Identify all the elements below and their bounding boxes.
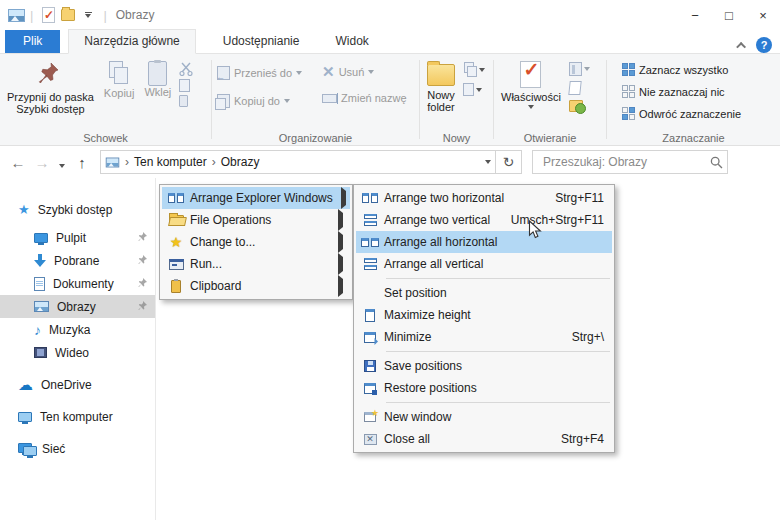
group-label-organize: Organizowanie <box>212 132 419 144</box>
menu-item-label: Change to... <box>190 235 263 249</box>
collapse-ribbon-icon[interactable] <box>736 41 746 51</box>
menu-item-run[interactable]: Run... <box>162 253 350 275</box>
cut-scissors-icon[interactable] <box>179 62 195 76</box>
submenu-item-arrange-two-horizontal[interactable]: Arrange two horizontal Strg+F11 <box>356 187 612 209</box>
search-input[interactable] <box>541 154 710 170</box>
properties-button[interactable]: Właściwości <box>496 58 566 109</box>
easy-access-icon <box>463 62 477 77</box>
search-box[interactable] <box>532 150 728 174</box>
sidebar-item-quick-access[interactable]: ★ Szybki dostęp <box>0 198 155 221</box>
pictures-folder-icon <box>106 157 120 167</box>
menu-item-clipboard[interactable]: Clipboard <box>162 275 350 297</box>
menu-item-label: Run... <box>190 257 230 271</box>
new-item-button[interactable] <box>463 83 485 96</box>
menu-item-label: Restore positions <box>384 381 485 395</box>
qat-properties-button[interactable] <box>38 5 58 25</box>
paste-label: Wklej <box>144 86 171 98</box>
up-button[interactable]: ↑ <box>70 154 94 171</box>
breadcrumb-this-pc[interactable]: Ten komputer <box>134 155 207 169</box>
breadcrumb-chevron: › <box>212 155 216 169</box>
pictures-icon <box>34 301 49 312</box>
submenu-item-new-window[interactable]: New window <box>356 406 612 428</box>
pin-label-line1: Przypnij do paska <box>7 91 94 103</box>
recent-locations-dropdown[interactable] <box>54 154 70 171</box>
minimize-icon <box>364 332 376 343</box>
ribbon-tab-row: Plik Narzędzia główne Udostępnianie Wido… <box>0 30 780 54</box>
copy-to-button[interactable]: Kopiuj do <box>214 92 305 110</box>
tab-home[interactable]: Narzędzia główne <box>68 29 195 54</box>
group-label-clipboard: Schowek <box>0 132 211 144</box>
submenu-item-minimize[interactable]: Minimize Strg+\ <box>356 326 612 348</box>
desktop-icon <box>34 233 48 243</box>
tab-file[interactable]: Plik <box>5 30 60 53</box>
rename-button[interactable]: Zmień nazwę <box>319 90 409 106</box>
select-all-button[interactable]: Zaznacz wszystko <box>619 61 731 78</box>
pin-to-quick-access-button[interactable]: Przypnij do paska Szybki dostęp <box>2 58 99 115</box>
submenu-arrow-icon <box>338 275 343 297</box>
delete-button[interactable]: ✕ Usuń <box>319 64 409 80</box>
all-horizontal-icon <box>361 238 379 247</box>
menu-item-arrange-explorer-windows[interactable]: Arrange Explorer Windows <box>162 187 350 209</box>
copy-path-icon[interactable] <box>179 79 190 92</box>
move-to-label: Przenieś do <box>234 67 292 79</box>
paste-shortcut-icon[interactable] <box>179 95 188 107</box>
submenu-item-arrange-two-vertical[interactable]: Arrange two vertical Umsch+Strg+F11 <box>356 209 612 231</box>
menu-item-change-to[interactable]: ★ Change to... <box>162 231 350 253</box>
refresh-button[interactable]: ↻ <box>496 150 522 174</box>
pushpin-icon <box>37 61 63 91</box>
new-folder-button[interactable]: Nowy folder <box>422 58 460 113</box>
tab-share[interactable]: Udostępnianie <box>208 30 315 53</box>
save-floppy-icon <box>364 360 376 372</box>
properties-check-icon <box>42 7 55 23</box>
sidebar-item-documents[interactable]: Dokumenty <box>0 272 155 295</box>
submenu-arrow-icon <box>341 187 346 209</box>
invert-selection-label: Odwróć zaznaczenie <box>639 108 741 120</box>
submenu-item-restore-positions[interactable]: Restore positions <box>356 377 612 399</box>
paste-button[interactable]: Wklej <box>139 58 176 98</box>
forward-button[interactable]: → <box>30 154 54 171</box>
close-all-icon: ✕ <box>364 434 377 445</box>
sidebar-item-music[interactable]: ♪ Muzyka <box>0 318 155 341</box>
sidebar-item-downloads[interactable]: Pobrane <box>0 249 155 272</box>
submenu-item-maximize-height[interactable]: Maximize height <box>356 304 612 326</box>
menu-item-label: Arrange all vertical <box>384 257 491 271</box>
select-none-button[interactable]: Nie zaznaczaj nic <box>619 83 728 100</box>
submenu-item-save-positions[interactable]: Save positions <box>356 355 612 377</box>
minimize-button[interactable]: − <box>678 0 712 30</box>
help-button[interactable]: ? <box>756 37 772 53</box>
menu-item-file-operations[interactable]: File Operations <box>162 209 350 231</box>
address-dropdown-icon[interactable] <box>485 160 491 164</box>
open-button[interactable] <box>569 62 590 76</box>
move-to-button[interactable]: Przenieś do <box>214 64 305 82</box>
submenu-item-arrange-all-horizontal[interactable]: Arrange all horizontal <box>356 231 612 253</box>
back-button[interactable]: ← <box>6 154 30 171</box>
sidebar-item-desktop[interactable]: Pulpit <box>0 226 155 249</box>
submenu-item-set-position[interactable]: Set position <box>356 282 612 304</box>
restore-positions-icon <box>364 383 376 394</box>
qat-customize-dropdown[interactable] <box>78 5 98 25</box>
menu-shortcut: Strg+F4 <box>561 432 612 446</box>
submenu-arrow-icon <box>338 231 343 253</box>
easy-access-button[interactable] <box>463 62 485 77</box>
submenu-item-close-all[interactable]: ✕ Close all Strg+F4 <box>356 428 612 450</box>
qat-new-folder-button[interactable] <box>58 5 78 25</box>
breadcrumb-pictures[interactable]: Obrazy <box>221 155 260 169</box>
copy-button[interactable]: Kopiuj <box>99 58 140 99</box>
maximize-button[interactable]: □ <box>712 0 746 30</box>
close-button[interactable]: × <box>746 0 780 30</box>
sidebar-item-videos[interactable]: Wideo <box>0 341 155 364</box>
submenu-item-arrange-all-vertical[interactable]: Arrange all vertical <box>356 253 612 275</box>
music-icon: ♪ <box>34 323 41 337</box>
tab-view[interactable]: Widok <box>320 30 383 53</box>
history-icon[interactable] <box>569 100 583 112</box>
invert-selection-button[interactable]: Odwróć zaznaczenie <box>619 105 744 122</box>
ribbon-group-open: Właściwości Otwieranie <box>494 54 606 145</box>
sidebar-item-onedrive[interactable]: ☁ OneDrive <box>0 373 155 396</box>
edit-icon[interactable] <box>568 81 581 95</box>
sidebar-item-this-pc[interactable]: Ten komputer <box>0 405 155 428</box>
address-box[interactable]: › Ten komputer › Obrazy <box>100 150 496 174</box>
sidebar-item-network[interactable]: Sieć <box>0 437 155 460</box>
sidebar-item-pictures[interactable]: Obrazy <box>0 295 155 318</box>
chevron-down-icon <box>368 70 374 74</box>
pin-icon <box>138 255 147 264</box>
